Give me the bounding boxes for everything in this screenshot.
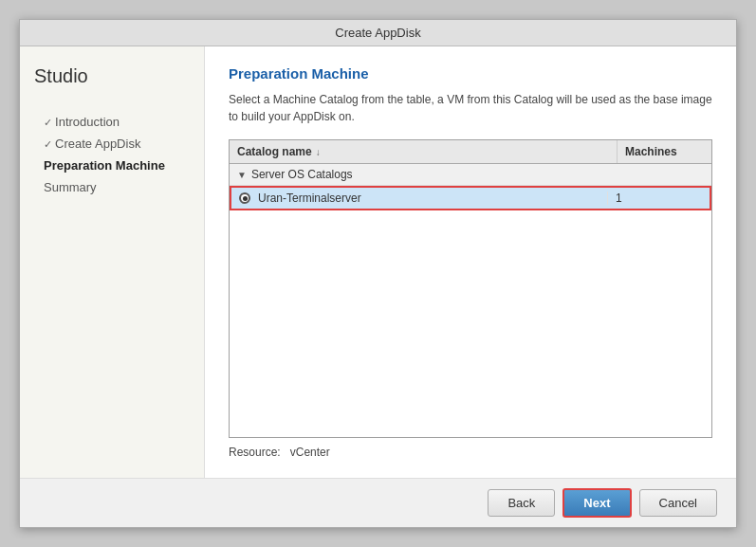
cancel-button[interactable]: Cancel <box>639 489 717 517</box>
table-body: ▼ Server OS Catalogs Uran-Terminalserver… <box>230 164 711 437</box>
table-header: Catalog name ↓ Machines <box>230 140 711 164</box>
sidebar: Studio Introduction Create AppDisk Prepa… <box>20 46 205 478</box>
col-machines: Machines <box>617 140 711 163</box>
col-catalog-name: Catalog name ↓ <box>230 140 617 163</box>
sidebar-item-create-appdisk[interactable]: Create AppDisk <box>34 133 190 155</box>
catalog-name-cell: Uran-Terminalserver <box>258 191 607 205</box>
description-text: Select a Machine Catalog from the table,… <box>229 91 712 125</box>
back-button[interactable]: Back <box>488 489 555 517</box>
sidebar-item-preparation-machine[interactable]: Preparation Machine <box>34 155 190 176</box>
resource-row: Resource: vCenter <box>229 446 712 459</box>
catalog-table: Catalog name ↓ Machines ▼ Server OS Cata… <box>229 139 712 438</box>
table-row[interactable]: Uran-Terminalserver 1 <box>230 186 711 210</box>
radio-button[interactable] <box>239 192 250 204</box>
sort-icon: ↓ <box>316 147 321 157</box>
footer: Back Next Cancel <box>20 478 736 527</box>
expand-icon: ▼ <box>237 170 247 180</box>
main-panel: Preparation Machine Select a Machine Cat… <box>205 46 736 478</box>
content-area: Studio Introduction Create AppDisk Prepa… <box>20 46 736 478</box>
sidebar-title: Studio <box>34 65 190 87</box>
window-title: Create AppDisk <box>335 26 420 40</box>
main-window: Create AppDisk Studio Introduction Creat… <box>19 19 737 528</box>
sidebar-item-introduction[interactable]: Introduction <box>34 111 190 133</box>
group-row-server-os: ▼ Server OS Catalogs <box>230 164 711 186</box>
resource-value: vCenter <box>290 446 330 459</box>
title-bar: Create AppDisk <box>20 20 736 46</box>
resource-label: Resource: <box>229 446 281 459</box>
panel-title: Preparation Machine <box>229 65 712 82</box>
sidebar-item-summary[interactable]: Summary <box>34 176 190 198</box>
radio-cell[interactable] <box>239 192 258 204</box>
next-button[interactable]: Next <box>562 488 631 518</box>
machines-cell: 1 <box>607 191 702 205</box>
